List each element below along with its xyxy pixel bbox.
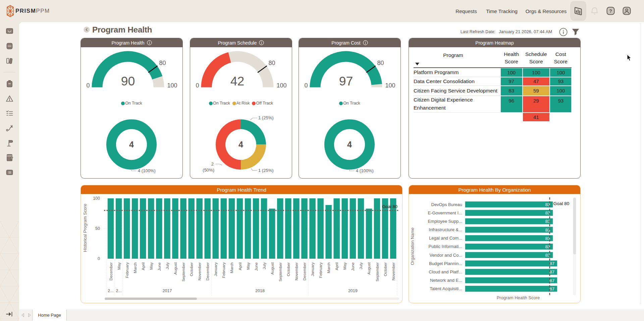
trend-bar[interactable] xyxy=(342,198,348,259)
trend-bar[interactable] xyxy=(148,198,154,259)
filter-button[interactable] xyxy=(572,28,579,36)
sidebar-item-inbox[interactable] xyxy=(6,27,13,35)
trend-bar[interactable] xyxy=(116,198,122,259)
info-icon[interactable] xyxy=(259,40,264,45)
heatmap-row-program[interactable]: Citizen Digital Experience Enhancement xyxy=(414,96,499,113)
back-button[interactable] xyxy=(84,26,90,33)
trend-bar[interactable] xyxy=(172,198,178,259)
info-icon[interactable] xyxy=(147,40,152,45)
trend-bar[interactable] xyxy=(350,198,356,259)
trend-bar[interactable] xyxy=(156,198,162,259)
sidebar-item-library[interactable] xyxy=(6,57,13,65)
trend-bar[interactable] xyxy=(366,209,372,259)
column-header[interactable]: Schedule Score xyxy=(525,51,547,65)
notifications-button[interactable] xyxy=(590,7,599,15)
sidebar-item-badge[interactable] xyxy=(6,169,13,176)
trend-bar[interactable] xyxy=(285,198,291,259)
trend-bar[interactable] xyxy=(124,198,130,259)
nav-time-tracking[interactable]: Time Tracking xyxy=(486,8,518,14)
report-scrollbar-track[interactable] xyxy=(641,23,641,305)
org-bar[interactable] xyxy=(465,277,557,283)
program-health-trend[interactable]: 050100Historical Program Score2...Decemb… xyxy=(81,194,402,303)
sidebar-item-archive[interactable] xyxy=(6,42,13,50)
sort-indicator-icon[interactable] xyxy=(415,63,419,65)
sidebar-item-workflow[interactable] xyxy=(6,124,13,132)
chart-scrollbar-thumb[interactable] xyxy=(573,198,576,255)
donut-segment[interactable] xyxy=(241,119,266,144)
trend-bar[interactable] xyxy=(245,198,251,259)
sidebar-item-clipboard[interactable] xyxy=(6,80,13,88)
org-bar[interactable] xyxy=(465,218,553,224)
legend-item[interactable]: On Track xyxy=(209,101,230,106)
program-schedule-gauge[interactable]: 0100804241 (25%)1 (25%)2(50%) xyxy=(190,47,292,179)
program-health-gauge[interactable]: 0100809044 (100%) xyxy=(81,47,182,179)
analytics-button[interactable] xyxy=(570,1,586,21)
sidebar-item-milestones[interactable] xyxy=(6,139,13,147)
org-bar[interactable] xyxy=(465,210,553,216)
trend-bar[interactable] xyxy=(132,198,138,259)
org-bar[interactable] xyxy=(465,244,553,250)
heatmap-cell[interactable]: 93 xyxy=(550,96,571,112)
heatmap-cell[interactable]: 100 xyxy=(550,68,571,77)
sidebar-item-issues[interactable] xyxy=(6,95,13,103)
chart-scrollbar-thumb[interactable] xyxy=(105,298,197,300)
donut-segment[interactable] xyxy=(216,119,241,170)
heatmap-cell[interactable]: 100 xyxy=(523,68,549,77)
donut-segment[interactable] xyxy=(241,144,266,170)
trend-bar[interactable] xyxy=(196,198,203,259)
column-header[interactable]: Cost Score xyxy=(554,51,568,65)
nav-orgs-resources[interactable]: Orgs & Resources xyxy=(526,8,567,14)
trend-bar[interactable] xyxy=(221,198,227,259)
trend-bar[interactable] xyxy=(229,198,235,259)
trend-bar[interactable] xyxy=(237,198,243,259)
trend-bar[interactable] xyxy=(188,198,195,259)
column-header[interactable]: Health Score xyxy=(504,51,519,65)
trend-bar[interactable] xyxy=(358,198,364,259)
org-bar[interactable] xyxy=(465,227,553,233)
column-header-program[interactable]: Program xyxy=(443,52,463,59)
heatmap-cell[interactable]: 59 xyxy=(523,86,549,95)
help-button[interactable]: ? xyxy=(606,7,615,15)
heatmap-cell[interactable]: 96 xyxy=(501,96,522,112)
heatmap-cell[interactable]: 83 xyxy=(501,86,522,95)
trend-bar[interactable] xyxy=(253,198,259,259)
account-button[interactable] xyxy=(623,7,631,15)
heatmap-row-program[interactable]: Platform Programm xyxy=(414,68,499,77)
tab-home-page[interactable]: Home Page xyxy=(33,309,66,321)
org-bar[interactable] xyxy=(465,260,557,266)
legend-item[interactable]: Off Track xyxy=(252,101,273,106)
next-page-icon[interactable] xyxy=(28,313,32,317)
trend-bar[interactable] xyxy=(180,198,186,259)
legend-item[interactable]: On Track xyxy=(339,101,360,106)
org-bar[interactable] xyxy=(465,235,553,241)
legend-item[interactable]: At Risk xyxy=(232,101,250,106)
trend-bar[interactable] xyxy=(325,205,332,259)
trend-bar[interactable] xyxy=(333,198,340,259)
heatmap-cell[interactable]: 29 xyxy=(523,96,549,112)
heatmap-cell[interactable]: 100 xyxy=(501,68,522,77)
org-bar[interactable] xyxy=(465,286,557,292)
sidebar-item-notes[interactable] xyxy=(6,154,13,162)
nav-requests[interactable]: Requests xyxy=(455,8,477,14)
prev-page-icon[interactable] xyxy=(21,313,25,317)
app-logo[interactable]: PRISMPPM xyxy=(7,5,50,17)
trend-bar[interactable] xyxy=(205,198,211,259)
org-bar[interactable] xyxy=(465,252,553,258)
trend-bar[interactable] xyxy=(213,198,219,259)
heatmap-row-program[interactable]: Data Center Consolidation xyxy=(414,77,499,86)
trend-bar[interactable] xyxy=(269,209,275,259)
trend-bar[interactable] xyxy=(140,198,146,259)
trend-bar[interactable] xyxy=(108,198,114,259)
heatmap-cell[interactable]: 100 xyxy=(550,86,571,95)
heatmap-cell[interactable]: 97 xyxy=(501,77,522,86)
trend-bar[interactable] xyxy=(374,198,380,259)
heatmap-cell[interactable]: 41 xyxy=(523,113,549,121)
trend-bar[interactable] xyxy=(309,198,316,259)
info-icon[interactable] xyxy=(363,40,368,45)
info-button[interactable] xyxy=(559,28,568,36)
trend-bar[interactable] xyxy=(277,198,283,259)
heatmap-cell[interactable]: 93 xyxy=(550,77,571,86)
trend-bar[interactable] xyxy=(293,198,300,259)
heatmap-cell[interactable]: 47 xyxy=(523,77,549,86)
sidebar-item-tasks[interactable] xyxy=(6,110,13,117)
